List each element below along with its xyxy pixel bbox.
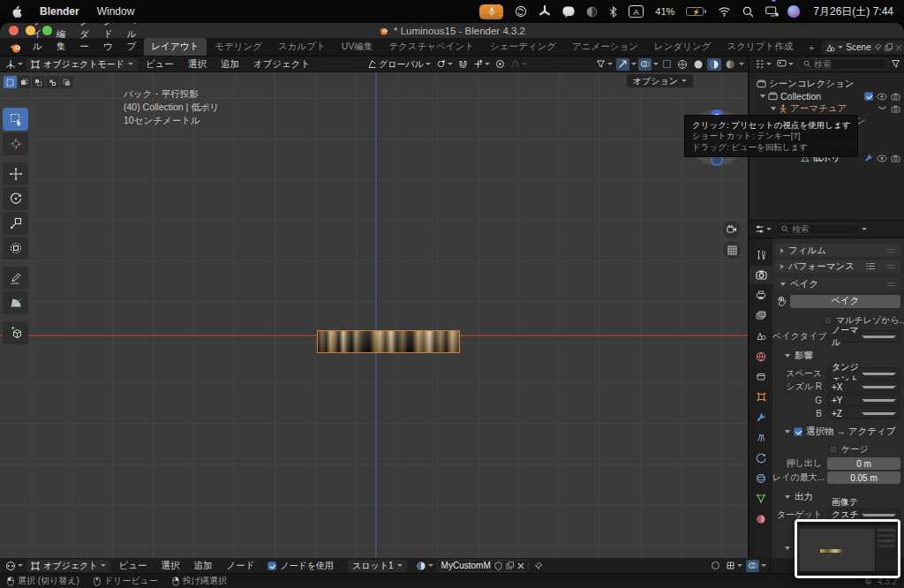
snap-settings-dropdown[interactable] bbox=[471, 58, 492, 71]
menu-file[interactable]: ファイル bbox=[26, 23, 49, 56]
tab-sculpting[interactable]: スカルプト bbox=[270, 38, 334, 56]
select-mode-new-button[interactable] bbox=[4, 76, 17, 88]
selected-to-active-checkbox[interactable] bbox=[794, 427, 802, 436]
shader-overlays-dropdown[interactable] bbox=[761, 564, 766, 567]
properties-search-input[interactable]: 検索 bbox=[775, 223, 860, 235]
influence-subpanel[interactable]: 影響 bbox=[785, 350, 813, 362]
menu-help[interactable]: ヘルプ bbox=[120, 23, 144, 56]
material-browse-button[interactable] bbox=[414, 560, 435, 572]
tab-texture-paint[interactable]: テクスチャペイント bbox=[380, 38, 482, 56]
fan-utility-icon[interactable] bbox=[539, 5, 551, 18]
shader-editor-type-button[interactable] bbox=[4, 560, 25, 572]
tool-add-cube[interactable] bbox=[3, 321, 28, 344]
expand-icon[interactable] bbox=[771, 107, 776, 110]
tool-measure[interactable] bbox=[3, 291, 28, 314]
shading-solid-button[interactable] bbox=[691, 58, 705, 71]
xray-toggle[interactable] bbox=[660, 58, 674, 71]
shading-material-button[interactable] bbox=[707, 58, 721, 71]
blender-logo-icon[interactable] bbox=[9, 42, 22, 54]
selected-to-active-subpanel[interactable]: 選択物 → アクティブ bbox=[785, 426, 896, 438]
modifier-wrench-icon[interactable] bbox=[864, 154, 873, 162]
apple-icon[interactable] bbox=[11, 5, 22, 19]
wifi-icon[interactable] bbox=[718, 6, 731, 17]
editor-type-button[interactable] bbox=[4, 58, 25, 71]
shader-menu-select[interactable]: 選択 bbox=[154, 559, 185, 573]
tab-animation[interactable]: アニメーション bbox=[564, 38, 646, 56]
bake-button[interactable]: ベイク bbox=[790, 295, 900, 308]
tool-move[interactable] bbox=[3, 162, 28, 185]
cage-checkbox[interactable] bbox=[829, 445, 838, 454]
visibility-filter-dropdown[interactable] bbox=[594, 58, 614, 71]
swizzle-b-dropdown[interactable]: +Z bbox=[827, 407, 900, 419]
lowpoly-textured-object[interactable] bbox=[318, 331, 459, 352]
tab-modifier-properties[interactable] bbox=[750, 408, 772, 426]
max-ray-value-slider[interactable]: 0.05 m bbox=[827, 471, 900, 484]
properties-options-dropdown[interactable] bbox=[862, 228, 867, 230]
shader-menu-view[interactable]: ビュー bbox=[112, 559, 153, 573]
tab-scene-properties[interactable] bbox=[750, 327, 772, 345]
tool-scale[interactable] bbox=[3, 212, 28, 235]
options-button[interactable]: オプション bbox=[627, 74, 693, 87]
microphone-indicator-icon[interactable] bbox=[479, 4, 503, 19]
output-subpanel[interactable]: 出力 bbox=[785, 491, 813, 503]
swizzle-g-dropdown[interactable]: +Y bbox=[827, 394, 900, 406]
screen-mirroring-icon[interactable] bbox=[765, 6, 776, 17]
tab-object-properties-orange[interactable] bbox=[750, 388, 772, 406]
viewport-canvas[interactable]: バック・平行投影 (40) Collection | 低ポリ 10センチメートル… bbox=[0, 72, 748, 558]
viewport-menu-add[interactable]: 追加 bbox=[215, 57, 245, 72]
show-overlays-toggle[interactable] bbox=[638, 58, 652, 71]
properties-editor-type-button[interactable] bbox=[753, 223, 773, 236]
outliner-filter-icon[interactable] bbox=[891, 59, 900, 69]
menubar-clock[interactable]: 7月26日(土) 7:44 bbox=[813, 4, 893, 19]
shader-type-selector[interactable]: オブジェクト bbox=[26, 560, 110, 572]
add-workspace-button[interactable]: + bbox=[801, 40, 822, 56]
bake-type-dropdown[interactable]: ノーマル bbox=[827, 330, 900, 343]
outliner-search-input[interactable]: 検索 bbox=[797, 58, 889, 70]
siri-icon[interactable] bbox=[787, 5, 800, 18]
tab-rendering[interactable]: レンダリング bbox=[646, 38, 719, 56]
outliner-display-mode-button[interactable] bbox=[775, 58, 795, 71]
battery-icon[interactable]: ⚡ bbox=[686, 7, 706, 16]
tool-transform[interactable] bbox=[3, 237, 28, 260]
obs-icon[interactable] bbox=[515, 5, 527, 18]
tab-render-properties[interactable] bbox=[750, 266, 772, 284]
close-window-button[interactable] bbox=[9, 26, 19, 35]
shader-menu-node[interactable]: ノード bbox=[220, 559, 260, 573]
extrusion-value-slider[interactable]: 0 m bbox=[827, 457, 900, 470]
camera-render-icon[interactable] bbox=[891, 155, 900, 162]
material-name[interactable]: MyCustomMaterial bbox=[441, 561, 491, 570]
camera-view-button[interactable] bbox=[723, 221, 741, 238]
tab-layout[interactable]: レイアウト bbox=[144, 38, 207, 56]
slot-selector[interactable]: スロット1 bbox=[348, 560, 407, 572]
shader-overlays-toggle[interactable] bbox=[746, 560, 759, 572]
unlink-material-icon[interactable] bbox=[517, 562, 524, 569]
tab-output-properties[interactable] bbox=[750, 286, 772, 305]
tab-particle-properties[interactable] bbox=[750, 428, 772, 447]
outliner-editor-type-button[interactable] bbox=[753, 58, 773, 71]
tab-scripting[interactable]: スクリプト作成 bbox=[719, 38, 801, 56]
proportional-edit-toggle[interactable] bbox=[493, 58, 507, 71]
line-app-icon[interactable] bbox=[562, 6, 575, 18]
collection-checkbox[interactable] bbox=[864, 92, 873, 101]
shading-wireframe-button[interactable] bbox=[675, 58, 689, 71]
pin-icon[interactable] bbox=[534, 562, 543, 570]
tool-rotate[interactable] bbox=[3, 187, 28, 210]
bluetooth-icon[interactable] bbox=[609, 6, 617, 18]
gizmo-dropdown[interactable] bbox=[631, 63, 637, 65]
menubar-app-name[interactable]: Blender bbox=[40, 5, 79, 18]
tab-material-properties[interactable] bbox=[750, 509, 772, 528]
eye-icon[interactable] bbox=[877, 155, 887, 162]
show-gizmo-toggle[interactable] bbox=[616, 58, 629, 71]
transform-orientation-selector[interactable]: グローバル bbox=[365, 58, 433, 71]
viewport-menu-object[interactable]: オブジェクト bbox=[247, 57, 316, 72]
select-mode-subtract-button[interactable] bbox=[32, 76, 45, 88]
tab-object-properties[interactable] bbox=[750, 367, 772, 386]
select-mode-extend-button[interactable] bbox=[18, 76, 31, 88]
tab-constraint-properties[interactable] bbox=[750, 469, 772, 487]
pin-icon[interactable] bbox=[874, 43, 882, 51]
moon-app-icon[interactable] bbox=[586, 6, 598, 18]
delete-scene-icon[interactable] bbox=[895, 44, 902, 51]
menu-window[interactable]: ウィンドウ bbox=[96, 23, 120, 56]
outliner-row-collection[interactable]: Collection bbox=[750, 90, 904, 102]
tab-uv-editing[interactable]: UV編集 bbox=[334, 38, 381, 56]
